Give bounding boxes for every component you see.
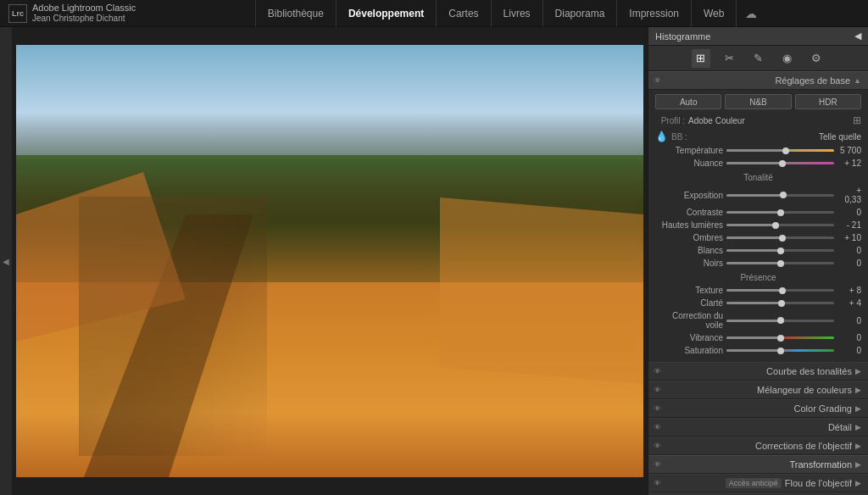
tool-mask[interactable]: ◉ xyxy=(778,49,797,68)
nav-developpement[interactable]: Développement xyxy=(337,0,437,27)
profile-grid-icon[interactable]: ⊞ xyxy=(853,114,861,126)
detail-arrow-icon: ▶ xyxy=(855,423,861,431)
blancs-row: Blancs 0 xyxy=(648,244,868,257)
tool-retouch[interactable]: ✎ xyxy=(749,49,768,68)
courbe-tonalites-section[interactable]: 👁 Courbe des tonalités ▶ xyxy=(648,362,868,381)
temperature-track[interactable] xyxy=(726,149,834,152)
profile-row: Profil : Adobe Couleur ⊞ xyxy=(648,112,868,129)
correction-voile-label: Correction du voile xyxy=(655,311,723,330)
reglages-base-header[interactable]: 👁 Réglages de base ▲ xyxy=(648,71,868,90)
noirs-label: Noirs xyxy=(655,259,723,268)
transformation-eye-icon[interactable]: 👁 xyxy=(654,460,661,469)
saturation-thumb[interactable] xyxy=(777,348,784,354)
noirs-value: 0 xyxy=(837,259,861,268)
detail-eye-icon[interactable]: 👁 xyxy=(654,423,661,431)
flou-objectif-section[interactable]: 👁 Accès anticipé Flou de l'objectif ▶ xyxy=(648,474,868,492)
exposition-value: + 0,33 xyxy=(837,186,861,204)
histogram-header: Histogramme ◀ xyxy=(648,27,868,46)
detail-section[interactable]: 👁 Détail ▶ xyxy=(648,418,868,437)
vibrance-fill xyxy=(726,336,781,339)
tool-settings[interactable]: ⚙ xyxy=(807,49,826,68)
nuance-thumb[interactable] xyxy=(779,160,786,167)
melangeur-couleurs-title: Mélangeur de couleurs xyxy=(667,385,852,395)
melangeur-couleurs-arrow-icon: ▶ xyxy=(855,386,861,394)
noirs-thumb[interactable] xyxy=(777,260,784,267)
exposition-thumb[interactable] xyxy=(780,192,787,198)
correction-voile-row: Correction du voile 0 xyxy=(648,309,868,331)
main-layout: ◀ xyxy=(0,27,868,495)
photo-area xyxy=(12,27,648,495)
hautes-lumieres-thumb[interactable] xyxy=(772,222,779,229)
saturation-value: 0 xyxy=(837,346,861,355)
histogram-collapse-icon[interactable]: ◀ xyxy=(854,31,861,42)
nuance-value: + 12 xyxy=(837,159,861,168)
cloud-icon: ☁ xyxy=(745,7,757,20)
vibrance-thumb[interactable] xyxy=(777,335,784,342)
exposition-label: Exposition xyxy=(655,191,723,200)
tool-crop[interactable]: ✂ xyxy=(721,49,739,68)
flou-objectif-eye-icon[interactable]: 👁 xyxy=(654,479,661,487)
hautes-lumieres-value: - 21 xyxy=(837,220,861,230)
vibrance-value: 0 xyxy=(837,333,861,342)
correction-voile-track[interactable] xyxy=(726,320,834,322)
vibrance-track[interactable] xyxy=(726,336,834,339)
photo-svg xyxy=(16,45,643,477)
hdr-button[interactable]: HDR xyxy=(795,94,861,109)
corrections-objectif-section[interactable]: 👁 Corrections de l'objectif ▶ xyxy=(648,437,868,455)
reglages-base-title: Réglages de base xyxy=(667,75,850,86)
melangeur-couleurs-eye-icon[interactable]: 👁 xyxy=(654,386,661,394)
photo-image xyxy=(16,45,643,477)
corrections-objectif-eye-icon[interactable]: 👁 xyxy=(654,442,661,450)
color-grading-eye-icon[interactable]: 👁 xyxy=(654,404,661,413)
nav-cartes[interactable]: Cartes xyxy=(437,0,491,27)
clarte-thumb[interactable] xyxy=(778,300,785,307)
melangeur-couleurs-section[interactable]: 👁 Mélangeur de couleurs ▶ xyxy=(648,381,868,399)
panels-scroll[interactable]: 👁 Réglages de base ▲ Auto N&B HDR Profil… xyxy=(648,71,868,495)
nav-web[interactable]: Web xyxy=(692,0,737,27)
transformation-section[interactable]: 👁 Transformation ▶ xyxy=(648,455,868,474)
contraste-fill xyxy=(726,211,781,214)
app-name-line2: Jean Christophe Dichant xyxy=(32,14,136,24)
temperature-thumb[interactable] xyxy=(782,147,789,154)
transformation-arrow-icon: ▶ xyxy=(855,460,861,469)
nuance-track[interactable] xyxy=(726,162,834,164)
courbe-tonalites-eye-icon[interactable]: 👁 xyxy=(654,367,661,375)
clarte-track[interactable] xyxy=(726,302,834,304)
correction-voile-thumb[interactable] xyxy=(777,317,784,324)
vibrance-label: Vibrance xyxy=(655,333,723,342)
left-panel-arrow-icon: ◀ xyxy=(3,257,9,266)
texture-track[interactable] xyxy=(726,289,834,292)
saturation-track[interactable] xyxy=(726,349,834,352)
reglages-base-panel: Auto N&B HDR Profil : Adobe Couleur ⊞ 💧 … xyxy=(648,90,868,362)
contraste-track[interactable] xyxy=(726,211,834,214)
clarte-label: Clarté xyxy=(655,298,723,308)
left-panel-toggle[interactable]: ◀ xyxy=(0,27,12,495)
transformation-title: Transformation xyxy=(667,459,852,470)
exposition-track[interactable] xyxy=(726,194,834,197)
ombres-track[interactable] xyxy=(726,236,834,239)
clarte-value: + 4 xyxy=(837,298,861,308)
texture-thumb[interactable] xyxy=(779,287,786,294)
nav-diaporama[interactable]: Diaporama xyxy=(543,0,618,27)
contraste-thumb[interactable] xyxy=(777,209,784,216)
nav-impression[interactable]: Impression xyxy=(617,0,692,27)
hautes-lumieres-track[interactable] xyxy=(726,224,834,226)
ombres-thumb[interactable] xyxy=(779,235,786,242)
flou-objectif-title: Flou de l'objectif xyxy=(785,478,852,488)
app-name-line1: Adobe Lightroom Classic xyxy=(32,3,136,14)
noirs-track[interactable] xyxy=(726,262,834,264)
nb-button[interactable]: N&B xyxy=(725,94,791,109)
presence-label: Présence xyxy=(648,270,868,284)
auto-button[interactable]: Auto xyxy=(655,94,721,109)
blancs-thumb[interactable] xyxy=(777,248,784,254)
blancs-track[interactable] xyxy=(726,249,834,252)
reglages-base-eye-icon[interactable]: 👁 xyxy=(654,76,661,85)
dropper-icon[interactable]: 💧 xyxy=(655,131,668,142)
color-grading-section[interactable]: 👁 Color Grading ▶ xyxy=(648,399,868,418)
detail-title: Détail xyxy=(667,422,852,432)
app-name: Adobe Lightroom Classic Jean Christophe … xyxy=(32,3,136,24)
nav-bibliotheque[interactable]: Bibliothèque xyxy=(255,0,337,27)
nav-livres[interactable]: Livres xyxy=(492,0,543,27)
contraste-value: 0 xyxy=(837,208,861,217)
tool-basic[interactable]: ⊞ xyxy=(692,49,710,68)
